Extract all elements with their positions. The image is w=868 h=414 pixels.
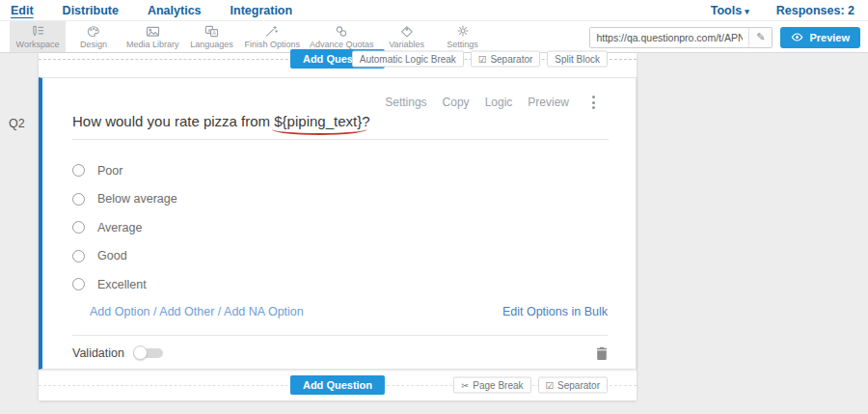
question-actions: Settings Copy Logic Preview <box>385 94 597 111</box>
answer-option-row: Poor <box>72 156 177 185</box>
chevron-down-icon: ▾ <box>745 7 749 16</box>
toolbar-item-media-library[interactable]: Media Library <box>122 21 184 52</box>
survey-block-panel: Add Question Automatic Logic Break ☑Sepa… <box>39 53 637 400</box>
answer-option-row: Average <box>72 213 177 242</box>
option-label[interactable]: Below average <box>97 192 177 206</box>
gear-icon <box>456 24 470 38</box>
magic-wand-icon <box>265 24 279 38</box>
question-number: Q2 <box>9 117 25 130</box>
trash-icon <box>596 346 608 360</box>
question-settings-link[interactable]: Settings <box>385 96 426 109</box>
question-preview-link[interactable]: Preview <box>528 96 569 109</box>
radio-button[interactable] <box>72 193 85 206</box>
toolbar-label: Variables <box>389 40 424 49</box>
validation-toggle[interactable] <box>133 345 163 360</box>
nav-tab-distribute[interactable]: Distribute <box>63 4 119 17</box>
toggle-knob <box>133 345 148 360</box>
nav-tab-analytics[interactable]: Analytics <box>148 4 202 17</box>
toolbar-label: Design <box>80 40 107 49</box>
toolbar-label: Workspace <box>16 40 60 49</box>
nav-tab-integration[interactable]: Integration <box>231 4 293 17</box>
scissors-icon: ✂ <box>461 380 469 390</box>
image-icon <box>146 24 160 38</box>
edit-url-button[interactable]: ✎ <box>748 28 772 47</box>
chain-links-icon <box>335 24 348 38</box>
toolbar-item-advance-quotas[interactable]: Advance Quotas <box>305 21 379 52</box>
answer-options-list: Poor Below average Average Good Excellen… <box>72 156 177 299</box>
toolbar-label: Languages <box>190 40 233 49</box>
tools-menu[interactable]: Tools▾ <box>711 4 749 17</box>
toolbar-item-languages[interactable]: aA Languages <box>184 21 240 52</box>
kebab-menu-icon[interactable] <box>590 94 597 111</box>
separator-button-bottom[interactable]: ☑Separator <box>538 377 608 394</box>
top-nav-left: Edit Distribute Analytics Integration <box>11 4 292 17</box>
option-links-row: Add Option / Add Other / Add NA Option E… <box>90 305 608 318</box>
edit-options-in-bulk-link[interactable]: Edit Options in Bulk <box>502 305 608 318</box>
split-block-button[interactable]: Split Block <box>547 51 608 68</box>
survey-url-input[interactable] <box>590 28 748 47</box>
answer-option-row: Good <box>72 242 177 271</box>
question-text-prefix: How would you rate pizza from <box>72 113 274 129</box>
question-card: Settings Copy Logic Preview How would yo… <box>39 77 637 370</box>
preview-button[interactable]: Preview <box>780 27 860 48</box>
toolbar-item-settings[interactable]: Settings <box>435 21 491 52</box>
automatic-logic-break-button[interactable]: Automatic Logic Break <box>352 51 464 68</box>
separator-button-top[interactable]: ☑Separator <box>471 51 540 68</box>
delete-question-button[interactable] <box>596 346 608 360</box>
editor-toolbar: Workspace Design Media Library aA Langua… <box>0 21 868 53</box>
validation-group: Validation <box>72 345 163 360</box>
toolbar-label: Settings <box>447 40 478 49</box>
nav-tab-edit[interactable]: Edit <box>11 4 34 17</box>
top-nav-right: Tools▾ Responses: 2 <box>711 4 854 17</box>
preview-button-label: Preview <box>809 32 850 43</box>
checkbox-icon: ☑ <box>546 380 555 390</box>
insert-top-actions: Automatic Logic Break ☑Separator Split B… <box>352 51 608 68</box>
tag-icon <box>400 24 414 38</box>
add-na-option-link[interactable]: Add NA Option <box>224 305 304 318</box>
option-label[interactable]: Excellent <box>97 278 147 291</box>
svg-text:A: A <box>212 30 216 36</box>
toolbar-item-variables[interactable]: Variables <box>379 21 435 52</box>
validation-label: Validation <box>72 346 124 360</box>
radio-button[interactable] <box>72 221 85 234</box>
question-copy-link[interactable]: Copy <box>443 96 470 109</box>
toolbar-item-finish-options[interactable]: Finish Options <box>240 21 306 52</box>
toolbar-right-group: ✎ Preview <box>589 21 860 53</box>
insert-bottom-actions: ✂Page Break ☑Separator <box>453 377 608 394</box>
validation-row: Validation <box>72 335 608 370</box>
option-label[interactable]: Good <box>97 249 127 262</box>
option-label[interactable]: Average <box>97 221 142 235</box>
answer-option-row: Excellent <box>72 270 177 299</box>
toolbar-label: Finish Options <box>245 40 301 49</box>
question-text-field[interactable]: How would you rate pizza from ${piping_t… <box>72 113 609 140</box>
toolbar-label: Advance Quotas <box>310 40 374 49</box>
survey-url-box: ✎ <box>589 27 773 48</box>
top-nav: Edit Distribute Analytics Integration To… <box>0 0 868 21</box>
eye-icon <box>791 33 803 41</box>
checkbox-icon: ☑ <box>478 54 487 64</box>
answer-option-row: Below average <box>72 185 177 214</box>
survey-workspace: Q2 Add Question Automatic Logic Break ☑S… <box>0 53 868 414</box>
page-break-button[interactable]: ✂Page Break <box>453 377 530 394</box>
radio-button[interactable] <box>72 250 85 262</box>
option-add-links: Add Option / Add Other / Add NA Option <box>90 305 304 318</box>
add-other-link[interactable]: Add Other <box>159 305 214 318</box>
pencil-icon: ✎ <box>756 31 765 43</box>
add-question-button-bottom[interactable]: Add Question <box>290 375 385 395</box>
question-logic-link[interactable]: Logic <box>485 96 513 109</box>
translate-icon: aA <box>204 24 219 38</box>
radio-button[interactable] <box>72 278 85 290</box>
palette-icon <box>87 24 100 38</box>
workspace-icon <box>31 24 45 38</box>
radio-button[interactable] <box>72 164 85 177</box>
add-option-link[interactable]: Add Option <box>90 305 150 318</box>
option-label[interactable]: Poor <box>97 164 122 178</box>
responses-link[interactable]: Responses: 2 <box>776 4 854 17</box>
piping-token: ${piping_text} <box>274 113 362 129</box>
toolbar-item-design[interactable]: Design <box>66 21 122 52</box>
toolbar-label: Media Library <box>126 40 179 49</box>
toolbar-item-workspace[interactable]: Workspace <box>10 21 66 52</box>
